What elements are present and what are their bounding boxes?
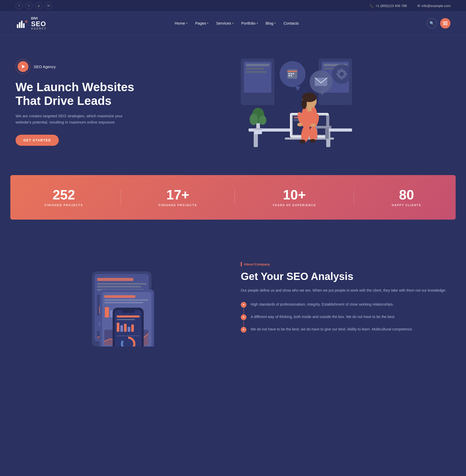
svg-rect-91 <box>104 299 148 301</box>
feature-item-2: A different way of thinking, both inside… <box>241 314 450 320</box>
svg-point-62 <box>310 139 316 143</box>
stat-number-10: 10+ <box>273 188 316 201</box>
twitter-icon[interactable]: t <box>25 2 33 9</box>
svg-rect-22 <box>288 75 290 76</box>
svg-rect-21 <box>293 73 294 74</box>
stat-label-clients: HAPPY CLIENTS <box>392 204 421 207</box>
nav-contacts[interactable]: Contacts <box>283 21 299 25</box>
chevron-down-icon: ▾ <box>257 22 258 25</box>
svg-rect-31 <box>341 68 343 70</box>
stat-finished-projects: 252 FINISHED PROJECTS <box>45 188 83 207</box>
about-description: Our people define us and show who we are… <box>241 287 450 294</box>
svg-rect-93 <box>105 307 109 318</box>
social-icons: f t p in <box>16 2 52 9</box>
svg-rect-109 <box>117 336 140 336</box>
feature-icon-2 <box>241 314 246 320</box>
svg-rect-101 <box>122 310 135 313</box>
get-started-button[interactable]: GET STARTED <box>16 135 59 146</box>
about-title: Get Your SEO Analysis <box>241 271 450 282</box>
search-icon: 🔍 <box>429 21 434 26</box>
svg-rect-0 <box>17 24 18 28</box>
search-button[interactable]: 🔍 <box>427 18 437 28</box>
svg-marker-24 <box>295 86 300 91</box>
chevron-down-icon: ▾ <box>232 22 234 25</box>
stats-bar: 252 FINISHED PROJECTS 17+ FINISHED PROJE… <box>10 175 456 220</box>
nav-actions: 🔍 <box>427 18 450 28</box>
stat-finished-projects-2: 17+ FINISHED PROJECTS <box>159 188 197 207</box>
feature-text-2: A different way of thinking, both inside… <box>251 314 395 320</box>
stat-label-experience: YEARS OF EXPERIENCE <box>273 204 316 207</box>
svg-rect-90 <box>104 295 135 298</box>
about-section: About Company Get Your SEO Analysis Our … <box>0 227 466 367</box>
feature-item-3: We do not have to be the best, we do hav… <box>241 326 450 333</box>
phone-icon: 📞 <box>370 4 374 8</box>
email-icon: ✉ <box>417 4 420 8</box>
svg-rect-47 <box>326 116 329 129</box>
hero-description: We are creates targeted SEO strategies, … <box>16 113 135 125</box>
svg-point-65 <box>250 114 258 125</box>
logo-svg <box>16 17 28 30</box>
logo-brand-main: SEO <box>31 20 47 27</box>
chevron-down-icon: ▾ <box>274 22 276 25</box>
play-button[interactable] <box>18 61 28 72</box>
stat-number-252: 252 <box>45 188 83 201</box>
nav-home[interactable]: Home ▾ <box>175 21 187 25</box>
svg-rect-34 <box>345 73 347 75</box>
svg-rect-18 <box>287 71 297 72</box>
stat-number-17: 17+ <box>159 188 197 201</box>
stats-wrapper: 252 FINISHED PROJECTS 17+ FINISHED PROJE… <box>0 167 466 227</box>
logo[interactable]: DIVI SEO AGENCY <box>16 16 47 30</box>
feature-icon-3 <box>241 327 246 333</box>
stat-number-80: 80 <box>392 188 421 201</box>
svg-point-61 <box>299 140 305 143</box>
facebook-icon[interactable]: f <box>16 2 23 9</box>
about-label: About Company <box>241 262 450 266</box>
instagram-icon[interactable]: in <box>45 2 52 9</box>
svg-rect-23 <box>290 75 292 76</box>
about-svg <box>66 248 175 347</box>
svg-rect-106 <box>124 324 127 332</box>
hero-title: We Launch Websites That Drive Leads <box>16 80 135 108</box>
svg-point-30 <box>340 72 344 76</box>
svg-rect-108 <box>131 324 134 332</box>
svg-rect-2 <box>21 21 23 28</box>
svg-rect-20 <box>290 73 292 74</box>
svg-rect-71 <box>97 278 133 281</box>
pinterest-icon[interactable]: p <box>35 2 42 9</box>
hero-content: SEO Agency We Launch Websites That Drive… <box>16 59 135 146</box>
hamburger-icon <box>443 21 448 25</box>
chevron-down-icon: ▾ <box>186 22 187 25</box>
navbar: DIVI SEO AGENCY Home ▾ Pages ▾ Services … <box>0 12 466 35</box>
email-address: info@example.com <box>422 4 450 8</box>
feature-item-1: High standards of professionalism, integ… <box>241 301 450 308</box>
svg-rect-5 <box>443 23 448 24</box>
stat-divider-3 <box>354 190 354 205</box>
hero-section: SEO Agency We Launch Websites That Drive… <box>0 35 466 167</box>
feature-text-1: High standards of professionalism, integ… <box>251 301 394 307</box>
nav-blog[interactable]: Blog ▾ <box>266 21 276 25</box>
svg-rect-68 <box>254 128 263 130</box>
svg-rect-107 <box>128 327 130 332</box>
svg-rect-11 <box>246 71 267 73</box>
svg-rect-49 <box>325 128 329 139</box>
phone-number: +1 (800)123 456 789 <box>375 4 407 8</box>
svg-rect-4 <box>443 21 448 22</box>
feature-list: High standards of professionalism, integ… <box>241 301 450 333</box>
logo-brand-sub: AGENCY <box>31 27 47 30</box>
about-illustration <box>16 248 225 347</box>
svg-rect-73 <box>97 286 141 287</box>
stat-clients: 80 HAPPY CLIENTS <box>392 188 421 207</box>
hero-illustration <box>145 53 450 152</box>
svg-rect-102 <box>117 315 140 318</box>
menu-button[interactable] <box>440 18 450 28</box>
nav-portfolio[interactable]: Portfolio ▾ <box>241 21 258 25</box>
stat-label-finished-2: FINISHED PROJECTS <box>159 204 197 207</box>
hero-svg <box>233 53 362 152</box>
nav-services[interactable]: Services ▾ <box>216 21 234 25</box>
nav-pages[interactable]: Pages ▾ <box>195 21 209 25</box>
svg-point-53 <box>302 99 307 109</box>
chevron-down-icon: ▾ <box>207 22 208 25</box>
svg-rect-19 <box>288 73 290 74</box>
svg-rect-104 <box>117 323 119 332</box>
about-content: About Company Get Your SEO Analysis Our … <box>241 262 450 333</box>
